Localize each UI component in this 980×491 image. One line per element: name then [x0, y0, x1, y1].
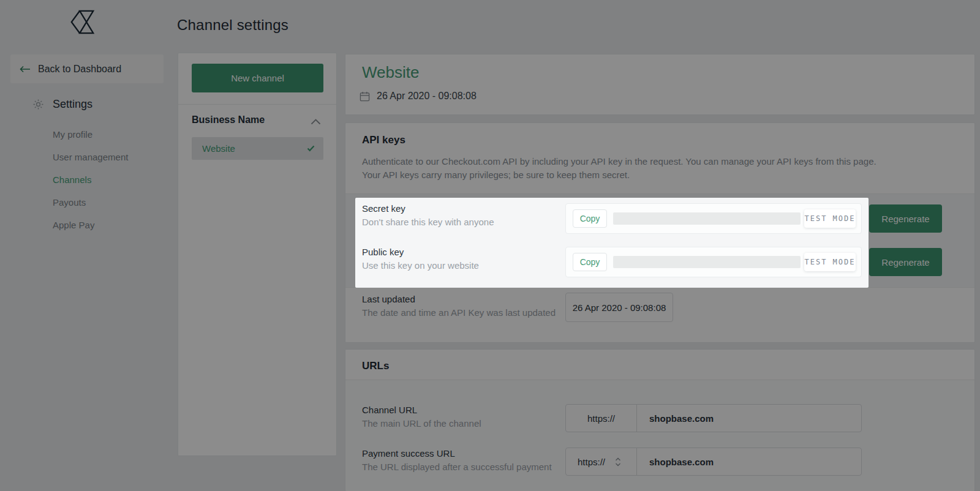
- created-date-text: 26 Apr 2020 - 09:08:08: [377, 91, 477, 102]
- secret-key-hint: Don't share this key with anyone: [362, 217, 494, 227]
- api-keys-description-line2: Your API keys carry many privileges; be …: [362, 170, 630, 180]
- api-keys-description-line1: Authenticate to our Checkout.com API by …: [362, 156, 876, 167]
- business-name-column-header[interactable]: Business Name: [192, 114, 265, 126]
- sidebar-item-user-management[interactable]: User management: [53, 152, 128, 162]
- check-icon: [307, 145, 315, 152]
- sidebar-item-payouts[interactable]: Payouts: [53, 197, 86, 208]
- last-updated-value: 26 Apr 2020 - 09:08:08: [565, 293, 673, 322]
- channel-url-scheme: https://: [566, 405, 637, 432]
- last-updated-label: Last updated: [362, 294, 415, 304]
- divider: [178, 104, 336, 105]
- sidebar-item-channels[interactable]: Channels: [53, 174, 91, 185]
- new-channel-button[interactable]: New channel: [192, 64, 323, 92]
- api-keys-title: API keys: [362, 134, 405, 146]
- test-mode-badge: TEST MODE: [804, 253, 856, 271]
- channel-list-item-website[interactable]: Website: [192, 137, 323, 160]
- channel-created-date: 26 Apr 2020 - 09:08:08: [360, 91, 477, 102]
- payment-success-url-input[interactable]: shopbase.com: [637, 448, 861, 475]
- sidebar-section-settings[interactable]: Settings: [32, 98, 92, 111]
- copy-secret-key-button[interactable]: Copy: [573, 209, 607, 228]
- channel-name-title: Website: [362, 63, 419, 82]
- channel-url-input-group: https:// shopbase.com: [565, 404, 862, 432]
- payment-success-url-label: Payment success URL: [362, 448, 455, 459]
- channel-header-card: [345, 54, 975, 115]
- payment-url-scheme-select[interactable]: https://: [566, 448, 637, 475]
- channel-url-input[interactable]: shopbase.com: [637, 405, 861, 432]
- urls-title: URLs: [362, 360, 389, 372]
- chevron-up-down-icon: [615, 457, 621, 467]
- gear-icon: [32, 99, 44, 110]
- copy-public-key-button[interactable]: Copy: [573, 253, 607, 271]
- masked-secret-key: [613, 212, 801, 225]
- channel-url-hint: The main URL of the channel: [362, 418, 481, 429]
- regenerate-secret-key-button[interactable]: Regenerate: [869, 204, 942, 233]
- page-title: Channel settings: [177, 17, 288, 34]
- payment-success-url-input-group: https:// shopbase.com: [565, 448, 862, 476]
- channel-url-label: Channel URL: [362, 405, 417, 415]
- secret-key-field: Copy TEST MODE: [565, 203, 862, 234]
- sidebar-item-my-profile[interactable]: My profile: [53, 129, 92, 140]
- payment-success-url-hint: The URL displayed after a successful pay…: [362, 462, 552, 472]
- payment-url-scheme-value: https://: [578, 457, 605, 467]
- last-updated-hint: The date and time an API Key was last up…: [362, 307, 556, 318]
- public-key-field: Copy TEST MODE: [565, 247, 862, 277]
- back-to-dashboard-label: Back to Dashboard: [38, 64, 121, 75]
- channel-item-label: Website: [202, 143, 307, 154]
- test-mode-badge: TEST MODE: [804, 209, 856, 228]
- chevron-up-icon[interactable]: [311, 116, 321, 127]
- back-to-dashboard-button[interactable]: Back to Dashboard: [10, 54, 164, 83]
- public-key-label: Public key: [362, 247, 404, 257]
- channel-list-panel: [178, 53, 337, 456]
- sidebar-item-apple-pay[interactable]: Apple Pay: [53, 220, 94, 230]
- public-key-hint: Use this key on your website: [362, 260, 479, 271]
- regenerate-public-key-button[interactable]: Regenerate: [869, 248, 942, 276]
- divider: [345, 380, 974, 380]
- calendar-icon: [360, 91, 370, 102]
- secret-key-label: Secret key: [362, 203, 405, 214]
- arrow-left-icon: [20, 66, 31, 73]
- settings-section-label: Settings: [53, 98, 92, 111]
- masked-public-key: [613, 256, 801, 268]
- checkout-logo-icon: [68, 8, 96, 39]
